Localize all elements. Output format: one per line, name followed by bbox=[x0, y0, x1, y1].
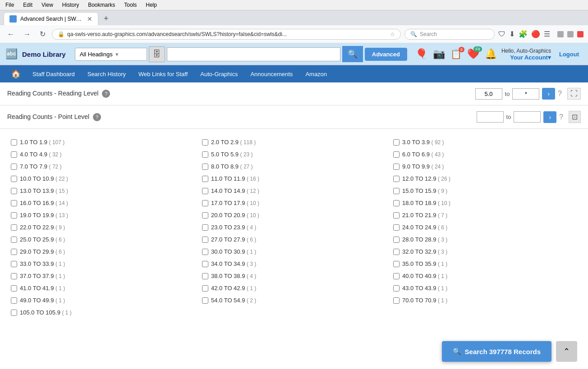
checkbox-input[interactable] bbox=[11, 176, 17, 182]
checkbox-label[interactable]: 33.0 TO 33.9 ( 1 ) bbox=[20, 260, 65, 267]
checkbox-label[interactable]: 54.0 TO 54.9 ( 2 ) bbox=[211, 297, 256, 304]
checkbox-input[interactable] bbox=[202, 273, 208, 279]
checkbox-label[interactable]: 41.0 TO 41.9 ( 1 ) bbox=[20, 285, 65, 292]
checkbox-label[interactable]: 14.0 TO 14.9 ( 12 ) bbox=[211, 187, 259, 194]
checkbox-label[interactable]: 18.0 TO 18.9 ( 10 ) bbox=[402, 200, 450, 206]
reading-level-info-icon[interactable]: ? bbox=[558, 90, 562, 98]
checkbox-input[interactable] bbox=[11, 249, 17, 255]
checkbox-input[interactable] bbox=[11, 224, 17, 231]
checkbox-input[interactable] bbox=[393, 261, 400, 267]
checkbox-label[interactable]: 105.0 TO 105.9 ( 1 ) bbox=[20, 309, 72, 316]
checkbox-input[interactable] bbox=[202, 212, 208, 219]
point-level-help-icon[interactable]: ? bbox=[93, 113, 101, 121]
advanced-search-button[interactable]: Advanced bbox=[365, 48, 407, 61]
checkbox-input[interactable] bbox=[202, 224, 208, 231]
reading-level-expand-icon[interactable]: ⛶ bbox=[567, 88, 581, 100]
maximize-btn[interactable] bbox=[567, 31, 574, 37]
heart-icon-btn[interactable]: ❤️ F9 bbox=[467, 48, 479, 60]
checkbox-label[interactable]: 34.0 TO 34.9 ( 3 ) bbox=[211, 260, 256, 267]
ublock-icon[interactable]: 🔴 bbox=[531, 30, 540, 38]
checkbox-label[interactable]: 19.0 TO 19.9 ( 13 ) bbox=[20, 212, 68, 219]
heading-select[interactable]: All Headings ▾ bbox=[75, 48, 147, 61]
balloon-icon-btn[interactable]: 🎈 bbox=[415, 48, 427, 60]
checkbox-label[interactable]: 8.0 TO 8.9 ( 27 ) bbox=[211, 163, 253, 170]
checkbox-label[interactable]: 2.0 TO 2.9 ( 118 ) bbox=[211, 139, 256, 146]
footer-search-button[interactable]: 🔍 Search 397778 Records bbox=[442, 341, 551, 361]
checkbox-input[interactable] bbox=[393, 212, 400, 219]
nav-home-btn[interactable]: 🏠 bbox=[5, 65, 26, 82]
checkbox-label[interactable]: 6.0 TO 6.9 ( 43 ) bbox=[402, 151, 444, 158]
checkbox-input[interactable] bbox=[11, 237, 17, 243]
browser-search-bar[interactable]: 🔍 Search bbox=[404, 29, 495, 40]
checkbox-label[interactable]: 7.0 TO 7.9 ( 72 ) bbox=[20, 163, 62, 170]
point-level-expand-icon[interactable]: ⊡ bbox=[569, 111, 581, 123]
database-icon[interactable]: 🗄 bbox=[149, 46, 165, 62]
checkbox-input[interactable] bbox=[393, 188, 400, 194]
bookmark-icon[interactable]: ☆ bbox=[390, 31, 395, 37]
checkbox-input[interactable] bbox=[11, 261, 17, 267]
checkbox-label[interactable]: 3.0 TO 3.9 ( 92 ) bbox=[402, 139, 444, 146]
checkbox-label[interactable]: 49.0 TO 49.9 ( 1 ) bbox=[20, 297, 65, 304]
checkbox-label[interactable]: 38.0 TO 38.9 ( 4 ) bbox=[211, 273, 256, 279]
forward-button[interactable]: → bbox=[21, 28, 33, 40]
checkbox-label[interactable]: 27.0 TO 27.9 ( 6 ) bbox=[211, 236, 256, 243]
checkbox-input[interactable] bbox=[11, 188, 17, 194]
checkbox-label[interactable]: 24.0 TO 24.9 ( 6 ) bbox=[402, 224, 447, 231]
menu-history[interactable]: History bbox=[60, 1, 81, 9]
reload-button[interactable]: ↻ bbox=[37, 28, 48, 40]
checkbox-input[interactable] bbox=[11, 273, 17, 279]
checkbox-input[interactable] bbox=[202, 237, 208, 243]
nav-auto-graphics[interactable]: Auto-Graphics bbox=[194, 66, 244, 82]
menu-file[interactable]: File bbox=[4, 1, 16, 9]
tab-close-btn[interactable]: ✕ bbox=[87, 15, 92, 23]
checkbox-input[interactable] bbox=[393, 151, 400, 158]
checkbox-input[interactable] bbox=[393, 164, 400, 170]
checkbox-label[interactable]: 28.0 TO 28.9 ( 3 ) bbox=[402, 236, 447, 243]
checkbox-input[interactable] bbox=[202, 188, 208, 194]
extension-icon[interactable]: 🧩 bbox=[519, 30, 528, 38]
camera-icon-btn[interactable]: 📷 bbox=[433, 48, 445, 60]
checkbox-input[interactable] bbox=[393, 139, 400, 146]
back-button[interactable]: ← bbox=[5, 28, 17, 40]
checkbox-input[interactable] bbox=[202, 249, 208, 255]
checkbox-input[interactable] bbox=[202, 261, 208, 267]
search-button[interactable]: 🔍 bbox=[342, 46, 363, 62]
checkbox-label[interactable]: 40.0 TO 40.9 ( 1 ) bbox=[402, 273, 447, 279]
checkbox-label[interactable]: 13.0 TO 13.9 ( 15 ) bbox=[20, 187, 68, 194]
checkbox-input[interactable] bbox=[393, 237, 400, 243]
menu-help[interactable]: Help bbox=[144, 1, 159, 9]
bell-icon-btn[interactable]: 🔔 bbox=[485, 48, 497, 60]
checkbox-input[interactable] bbox=[202, 151, 208, 158]
checkbox-label[interactable]: 5.0 TO 5.9 ( 23 ) bbox=[211, 151, 253, 158]
checkbox-label[interactable]: 9.0 TO 9.9 ( 24 ) bbox=[402, 163, 444, 170]
menu-view[interactable]: View bbox=[40, 1, 55, 9]
checkbox-input[interactable] bbox=[202, 297, 208, 304]
reading-level-to-input[interactable] bbox=[512, 88, 539, 100]
menu-bookmarks[interactable]: Bookmarks bbox=[86, 1, 117, 9]
nav-staff-dashboard[interactable]: Staff Dashboard bbox=[26, 66, 81, 82]
nav-search-history[interactable]: Search History bbox=[81, 66, 132, 82]
minimize-btn[interactable] bbox=[557, 31, 564, 37]
checkbox-input[interactable] bbox=[393, 200, 400, 206]
checkbox-input[interactable] bbox=[11, 212, 17, 219]
checkbox-input[interactable] bbox=[202, 139, 208, 146]
url-bar[interactable]: 🔒 qa-swls-verso.auto-graphics.com/advanc… bbox=[52, 29, 401, 40]
account-area[interactable]: Hello, Auto-Graphics Your Account▾ bbox=[501, 48, 551, 61]
checkbox-label[interactable]: 32.0 TO 32.9 ( 3 ) bbox=[402, 248, 447, 255]
close-btn[interactable] bbox=[577, 31, 583, 37]
reading-level-help-icon[interactable]: ? bbox=[102, 90, 110, 98]
nav-web-links[interactable]: Web Links for Staff bbox=[132, 66, 194, 82]
checkbox-label[interactable]: 25.0 TO 25.9 ( 6 ) bbox=[20, 236, 65, 243]
checkbox-label[interactable]: 70.0 TO 70.9 ( 1 ) bbox=[402, 297, 447, 304]
point-level-from-input[interactable] bbox=[477, 111, 504, 123]
checkbox-label[interactable]: 35.0 TO 35.9 ( 1 ) bbox=[402, 260, 447, 267]
nav-amazon[interactable]: Amazon bbox=[299, 66, 333, 82]
checkbox-label[interactable]: 20.0 TO 20.9 ( 10 ) bbox=[211, 212, 259, 219]
logout-button[interactable]: Logout bbox=[556, 51, 583, 58]
checkbox-input[interactable] bbox=[393, 285, 400, 292]
checkbox-label[interactable]: 30.0 TO 30.9 ( 1 ) bbox=[211, 248, 256, 255]
checkbox-input[interactable] bbox=[393, 297, 400, 304]
checkbox-input[interactable] bbox=[393, 249, 400, 255]
checkbox-label[interactable]: 15.0 TO 15.9 ( 9 ) bbox=[402, 187, 447, 194]
checkbox-input[interactable] bbox=[393, 176, 400, 182]
